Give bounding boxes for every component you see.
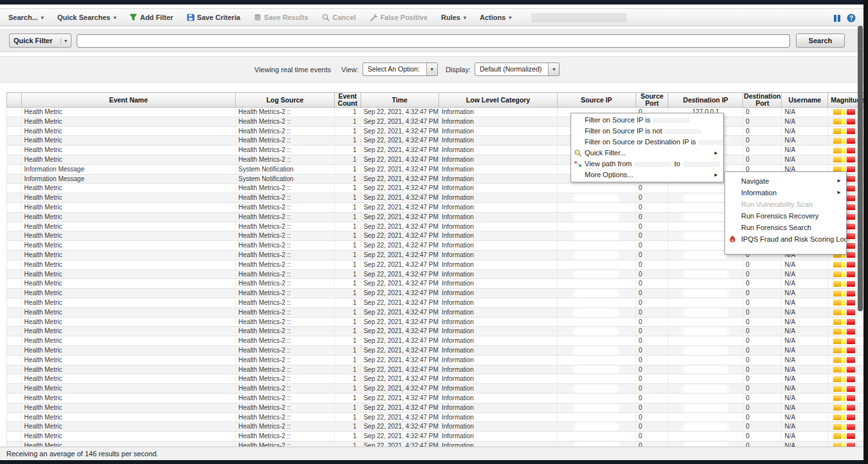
cell-destination_ip: [668, 384, 743, 394]
menu-item-ipqs-fraud-lookup[interactable]: IPQS Fraud and Risk Scoring Lookup: [725, 233, 846, 245]
table-row[interactable]: Health MetricHealth Metrics-2 ::1Sep 22,…: [7, 260, 868, 269]
cell-username: N/A: [782, 289, 828, 298]
cell-username: N/A: [782, 403, 828, 412]
column-header-category[interactable]: Low Level Category: [439, 93, 557, 108]
cell-source_port: 0: [636, 307, 668, 317]
toolbar-search-button[interactable]: Search...▾: [8, 14, 44, 21]
cell-log_source: Health Metrics-2 ::: [236, 241, 335, 251]
table-row[interactable]: Health MetricHealth Metrics-2 ::1Sep 22,…: [7, 108, 868, 117]
table-row[interactable]: Health MetricHealth Metrics-2 ::1Sep 22,…: [7, 327, 868, 336]
table-row[interactable]: Health MetricHealth Metrics-2 ::1Sep 22,…: [7, 307, 868, 317]
table-row[interactable]: Health MetricHealth Metrics-2 ::1Sep 22,…: [7, 422, 868, 432]
table-row[interactable]: Health MetricHealth Metrics-2 ::1Sep 22,…: [7, 317, 868, 327]
menu-item-run-vulnerability-scan: Run Vulnerability Scan: [725, 198, 846, 210]
table-row[interactable]: Health MetricHealth Metrics-2 ::1Sep 22,…: [7, 117, 868, 126]
quick-filter-input[interactable]: [77, 34, 790, 48]
quick-filter-dropdown[interactable]: Quick Filter ▾: [9, 34, 71, 48]
cell-category: Information: [439, 279, 557, 289]
redacted-value: [575, 253, 618, 258]
magnitude-bar: [831, 356, 867, 364]
toolbar-save-criteria-button[interactable]: Save Criteria: [187, 14, 240, 21]
redacted-value: [684, 386, 727, 392]
menu-item-filter-source-or-destination-ip-is[interactable]: Filter on Source or Destination IP is: [571, 137, 723, 148]
cell-source_ip: [557, 412, 636, 422]
cell-time: Sep 22, 2021, 4:32:47 PM: [361, 345, 439, 355]
table-row[interactable]: Health MetricHealth Metrics-2 ::1Sep 22,…: [7, 384, 868, 394]
cell-time: Sep 22, 2021, 4:32:47 PM: [361, 108, 439, 117]
menu-item-navigate[interactable]: Navigate►: [725, 175, 846, 187]
cell-blank: [7, 412, 22, 422]
menu-item-view-path[interactable]: View path fromto: [571, 159, 723, 169]
cell-event_count: 1: [334, 289, 361, 298]
menu-item-information[interactable]: Information►: [725, 187, 846, 198]
cell-source_ip: [557, 345, 636, 355]
table-row[interactable]: Health MetricHealth Metrics-2 ::1Sep 22,…: [7, 155, 868, 164]
more-options-submenu: Navigate►Information►Run Vulnerability S…: [724, 171, 847, 255]
cell-category: Information: [439, 336, 557, 346]
cell-source_ip: [557, 327, 636, 336]
context-menu: Filter on Source IP isFilter on Source I…: [571, 113, 724, 182]
help-icon[interactable]: ?: [847, 14, 856, 23]
table-row[interactable]: Health MetricHealth Metrics-2 ::1Sep 22,…: [7, 289, 868, 298]
table-row[interactable]: Health MetricHealth Metrics-2 ::1Sep 22,…: [7, 126, 868, 136]
table-row[interactable]: Health MetricHealth Metrics-2 ::1Sep 22,…: [7, 365, 868, 374]
cell-destination_port: 0: [743, 374, 782, 384]
table-row[interactable]: Health MetricHealth Metrics-2 ::1Sep 22,…: [7, 136, 868, 146]
cell-event_name: Health Metric: [21, 298, 236, 307]
column-header-destination_ip[interactable]: Destination IP: [668, 93, 743, 108]
cell-event_count: 1: [334, 184, 361, 193]
cell-magnitude: [828, 336, 868, 346]
column-header-source_ip[interactable]: Source IP: [557, 93, 636, 108]
column-header-destination_port[interactable]: Destination Port: [743, 93, 782, 108]
cell-category: Information: [439, 260, 557, 269]
table-row[interactable]: Health MetricHealth Metrics-2 ::1Sep 22,…: [7, 345, 868, 355]
toolbar-add-filter-button[interactable]: Add Filter: [129, 14, 173, 21]
cell-source_port: 0: [636, 317, 668, 327]
view-select[interactable]: Select An Option: ▾: [363, 63, 438, 76]
table-row[interactable]: Health MetricHealth Metrics-2 ::1Sep 22,…: [7, 355, 868, 365]
menu-item-more-options[interactable]: More Options...►: [571, 169, 723, 180]
table-row[interactable]: Health MetricHealth Metrics-2 ::1Sep 22,…: [7, 412, 868, 422]
cell-event_count: 1: [334, 117, 361, 126]
pause-icon[interactable]: [833, 14, 841, 23]
menu-item-run-forensics-search[interactable]: Run Forensics Search: [725, 222, 846, 233]
menu-item-quick-filter[interactable]: Quick Filter...►: [571, 148, 723, 159]
toolbar-false-positive-label: False Positive: [381, 14, 428, 21]
column-header-time[interactable]: Time: [361, 93, 439, 108]
column-header-log_source[interactable]: Log Source: [236, 93, 335, 108]
redacted-value: [575, 195, 618, 201]
search-button[interactable]: Search: [796, 34, 845, 48]
table-row[interactable]: Health MetricHealth Metrics-2 ::1Sep 22,…: [7, 374, 868, 384]
vertical-scrollbar-thumb[interactable]: [858, 26, 863, 311]
cell-blank: [7, 136, 22, 146]
table-row[interactable]: Health MetricHealth Metrics-2 ::1Sep 22,…: [7, 146, 868, 155]
toolbar-rules-button[interactable]: Rules▾: [441, 14, 466, 21]
menu-item-filter-source-ip-is-not[interactable]: Filter on Source IP is not: [571, 126, 723, 137]
redacted-value: [575, 310, 618, 316]
cell-event_count: 1: [334, 317, 361, 327]
cell-destination_ip: [668, 289, 743, 298]
menu-item-filter-source-ip-is[interactable]: Filter on Source IP is: [571, 115, 723, 126]
column-header-username[interactable]: Username: [782, 93, 828, 108]
table-row[interactable]: Health MetricHealth Metrics-2 ::1Sep 22,…: [7, 336, 868, 346]
cell-category: Information: [439, 193, 557, 203]
table-row[interactable]: Health MetricHealth Metrics-2 ::1Sep 22,…: [7, 403, 868, 412]
cell-source_port: 0: [636, 250, 668, 260]
chevron-down-icon: ▾: [548, 63, 559, 75]
column-header-event_count[interactable]: Event Count: [334, 93, 361, 108]
redacted-value: [575, 424, 618, 430]
cell-category: Information: [439, 126, 557, 136]
table-row[interactable]: Health MetricHealth Metrics-2 ::1Sep 22,…: [7, 279, 868, 289]
table-row[interactable]: Health MetricHealth Metrics-2 ::1Sep 22,…: [7, 269, 868, 279]
menu-item-run-forensics-recovery[interactable]: Run Forensics Recovery: [725, 210, 846, 222]
table-row[interactable]: Health MetricHealth Metrics-2 ::1Sep 22,…: [7, 298, 868, 307]
table-row[interactable]: Health MetricHealth Metrics-2 ::1Sep 22,…: [7, 432, 868, 441]
column-header-event_name[interactable]: Event Name: [21, 93, 236, 108]
toolbar-actions-button[interactable]: Actions▾: [480, 14, 511, 21]
column-header-source_port[interactable]: Source Port: [636, 93, 668, 108]
toolbar-quick-searches-button[interactable]: Quick Searches▾: [57, 14, 117, 21]
display-select[interactable]: Default (Normalized) ▾: [475, 63, 560, 76]
cell-event_name: Health Metric: [21, 403, 236, 412]
table-row[interactable]: Health MetricHealth Metrics-2 ::1Sep 22,…: [7, 393, 868, 403]
cell-source_ip: [557, 298, 636, 307]
